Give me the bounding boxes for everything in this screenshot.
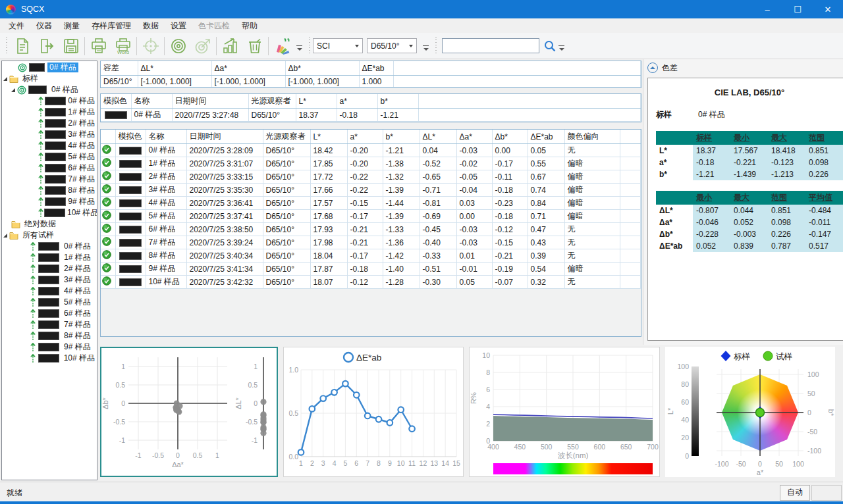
results-row[interactable]: 1# 样品2020/7/25 3:31:07D65/10°17.85-0.20-…	[101, 157, 641, 170]
column-header[interactable]: L*	[296, 94, 337, 109]
column-header[interactable]: 名称	[131, 94, 172, 109]
menu-item-instrument[interactable]: 仪器	[30, 19, 58, 33]
tree-item-sample[interactable]: 5# 样品	[2, 297, 97, 308]
tree-item-sample[interactable]: 6# 样品	[2, 308, 97, 319]
column-header[interactable]: Δa*	[211, 61, 285, 76]
illuminant-observer-select[interactable]: D65/10°	[367, 38, 417, 53]
tree-item-sample[interactable]: 4# 样品	[2, 140, 97, 151]
column-header[interactable]: 日期时间	[186, 130, 263, 144]
tree-item-sample[interactable]: 8# 样品	[2, 185, 97, 196]
toolbar-grip[interactable]	[308, 37, 311, 55]
maximize-button[interactable]: ☐	[782, 0, 813, 18]
export-button[interactable]	[34, 34, 59, 58]
auto-mode-button[interactable]: 自动	[780, 485, 810, 501]
standard-row[interactable]: 0# 样品2020/7/25 3:27:48D65/10°18.37-0.18-…	[101, 109, 641, 122]
results-row[interactable]: 7# 样品2020/7/25 3:39:24D65/10°17.98-0.21-…	[101, 236, 641, 249]
toolbar-overflow-icon[interactable]	[422, 45, 429, 53]
column-header[interactable]: ΔL*	[420, 130, 456, 144]
column-header[interactable]: b*	[377, 94, 418, 109]
results-row[interactable]: 10# 样品2020/7/25 3:42:32D65/10°18.07-0.12…	[101, 276, 641, 289]
measure-sample-button[interactable]	[190, 34, 215, 58]
column-header[interactable]: Δb*	[285, 61, 359, 76]
column-header[interactable]: 容差	[101, 61, 138, 76]
results-row[interactable]: 0# 样品2020/7/25 3:28:09D65/10°18.42-0.20-…	[101, 144, 641, 157]
measure-standard-button[interactable]	[166, 34, 190, 58]
menu-item-color-card-match[interactable]: 色卡匹检	[192, 19, 236, 33]
measurement-mode-select[interactable]: SCI	[313, 38, 363, 53]
results-row[interactable]: 8# 样品2020/7/25 3:40:34D65/10°18.04-0.17-…	[101, 249, 641, 263]
search-input[interactable]	[442, 38, 539, 53]
results-row[interactable]: 6# 样品2020/7/25 3:38:50D65/10°17.93-0.21-…	[101, 223, 641, 236]
column-header[interactable]: 模拟色	[101, 94, 131, 109]
statistics-button[interactable]	[218, 34, 242, 58]
menu-item-data[interactable]: 数据	[137, 19, 165, 33]
column-header[interactable]: a*	[337, 94, 377, 109]
toolbar-grip[interactable]	[434, 37, 437, 55]
column-header[interactable]: a*	[347, 130, 383, 144]
column-header[interactable]: 光源观察者	[248, 94, 296, 109]
tree-item-sample[interactable]: 3# 样品	[2, 129, 97, 140]
tree-item-sample[interactable]: 2# 样品	[2, 263, 97, 274]
column-header[interactable]: L*	[310, 130, 347, 144]
menu-item-file[interactable]: 文件	[3, 19, 30, 33]
tree-item-folder[interactable]: 绝对数据	[2, 218, 97, 230]
tree-item-sample[interactable]: 5# 样品	[2, 151, 97, 163]
menu-item-measure[interactable]: 测量	[58, 19, 86, 33]
tree-item-standard[interactable]: 0# 样品	[2, 84, 97, 95]
tree-item-sample[interactable]: 0# 样品	[2, 241, 97, 252]
column-header[interactable]: ΔE*ab	[359, 61, 393, 76]
export-word-button[interactable]: Word	[111, 34, 135, 58]
column-header[interactable]: 光源观察者	[263, 130, 310, 144]
tree-item-sample[interactable]: 9# 样品	[2, 196, 97, 207]
toolbar-grip[interactable]	[5, 37, 8, 55]
tree-item-sample[interactable]: 4# 样品	[2, 286, 97, 297]
column-header[interactable]	[101, 130, 115, 144]
tree-item-selected-root[interactable]: 0# 样品	[2, 62, 97, 73]
column-header[interactable]: b*	[383, 130, 420, 144]
menu-item-sample-library[interactable]: 存样库管理	[86, 19, 137, 33]
results-row[interactable]: 4# 样品2020/7/25 3:36:41D65/10°17.57-0.15-…	[101, 197, 641, 210]
tree-item-sample[interactable]: 2# 样品	[2, 118, 97, 129]
menu-item-settings[interactable]: 设置	[165, 19, 192, 33]
results-row[interactable]: 9# 样品2020/7/25 3:41:34D65/10°17.87-0.18-…	[101, 263, 641, 276]
results-row[interactable]: 3# 样品2020/7/25 3:35:30D65/10°17.66-0.22-…	[101, 184, 641, 197]
delete-button[interactable]	[242, 34, 267, 58]
column-header[interactable]: 模拟色	[115, 130, 146, 144]
tree-item-sample[interactable]: 10# 样品	[2, 353, 97, 364]
column-header[interactable]: 名称	[146, 130, 186, 144]
tree-item-sample[interactable]: 9# 样品	[2, 341, 97, 353]
new-document-button[interactable]	[10, 34, 34, 58]
collapse-panel-icon[interactable]	[647, 63, 658, 73]
tree-item-sample[interactable]: 7# 样品	[2, 319, 97, 330]
calibrate-button[interactable]	[138, 34, 163, 58]
print-button[interactable]	[86, 34, 111, 58]
column-header[interactable]: Δa*	[456, 130, 492, 144]
search-icon[interactable]	[543, 39, 557, 53]
tree-item-sample[interactable]: 10# 样品	[2, 207, 97, 218]
results-row[interactable]: 2# 样品2020/7/25 3:33:15D65/10°17.72-0.22-…	[101, 170, 641, 184]
results-row[interactable]: 5# 样品2020/7/25 3:37:41D65/10°17.68-0.17-…	[101, 210, 641, 223]
tree-expander-icon[interactable]	[3, 234, 7, 238]
tree-item-sample[interactable]: 8# 样品	[2, 330, 97, 341]
tree-expander-icon[interactable]	[11, 88, 15, 92]
tree-expander-icon[interactable]	[3, 77, 7, 81]
tree-item-sample[interactable]: 6# 样品	[2, 163, 97, 174]
tolerance-row[interactable]: D65/10°[-1.000, 1.000][-1.000, 1.000][-1…	[101, 76, 641, 88]
minimize-button[interactable]: –	[752, 0, 782, 18]
column-header[interactable]: Δb*	[492, 130, 528, 144]
color-match-button[interactable]	[270, 34, 294, 58]
toolbar-overflow-icon[interactable]	[558, 45, 565, 53]
tree-item-sample[interactable]: 1# 样品	[2, 107, 97, 118]
tree-item-sample[interactable]: 0# 样品	[2, 95, 97, 107]
close-button[interactable]: ✕	[813, 0, 843, 18]
save-button[interactable]	[59, 34, 83, 58]
column-header[interactable]: 日期时间	[172, 94, 248, 109]
menu-item-help[interactable]: 帮助	[236, 19, 263, 33]
column-header[interactable]: ΔL*	[138, 61, 211, 76]
column-header[interactable]: 颜色偏向	[564, 130, 620, 144]
toolbar-overflow-icon[interactable]	[296, 45, 303, 53]
tree-item-sample[interactable]: 7# 样品	[2, 174, 97, 185]
column-header[interactable]: ΔE*ab	[528, 130, 564, 144]
tree-item-folder[interactable]: 标样	[2, 73, 97, 84]
tree-item-sample[interactable]: 1# 样品	[2, 252, 97, 263]
